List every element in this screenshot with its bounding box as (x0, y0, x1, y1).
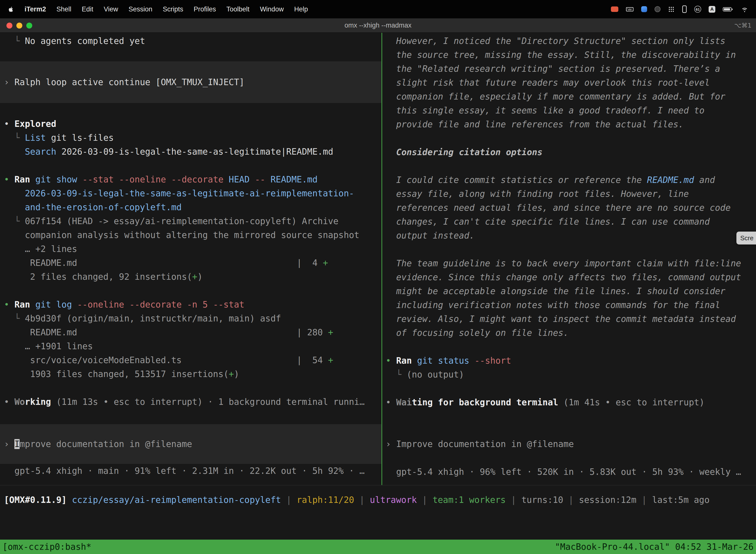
text-segment: including verification notes with those … (386, 300, 720, 310)
text-segment: --oneline --decorate -n 5 --stat (72, 299, 244, 310)
terminal-line: essay file, along with finding root file… (382, 187, 756, 201)
text-segment: • (4, 299, 14, 310)
menu-item-window[interactable]: Window (260, 5, 284, 13)
text-segment: src/voice/voiceModeEnabled.ts | 54 (4, 355, 328, 365)
terminal-line: provide file and line references from th… (382, 117, 756, 131)
gauge-61-icon[interactable]: 61 (694, 6, 701, 13)
zoom-button[interactable] (26, 22, 32, 29)
minimize-button[interactable] (16, 22, 22, 29)
left-terminal-pane[interactable]: └ No agents completed yet › Ralph loop a… (0, 33, 381, 485)
menu-item-help[interactable]: Help (294, 5, 308, 13)
screen-recording-icon[interactable] (611, 6, 618, 12)
text-segment: Wai (396, 397, 412, 407)
menu-item-iterm2[interactable]: iTerm2 (24, 5, 46, 13)
input-source-icon[interactable]: A (709, 6, 715, 13)
terminal-line (382, 451, 756, 465)
terminal-line: changes, I can't cite specific file line… (382, 215, 756, 229)
terminal-line (0, 284, 381, 297)
terminal-line (0, 159, 381, 172)
text-segment: evidence. Since this change only affects… (386, 272, 741, 282)
text-segment: I could cite commit statistics or refere… (386, 175, 647, 185)
terminal-line: companion analysis without altering the … (0, 228, 381, 242)
terminal-line (382, 382, 756, 395)
menu-item-session[interactable]: Session (128, 5, 152, 13)
tmux-status-bar: [omx-cczip0:bash* "MacBook-Pro-44.local"… (0, 540, 756, 554)
right-transcript: However, I noticed the "Directory Struct… (382, 34, 756, 479)
text-segment: Ran (14, 299, 30, 310)
text-segment: references need actual files, and since … (386, 203, 731, 213)
left-pre-lines: └ No agents completed yet (0, 34, 381, 48)
wifi-icon[interactable] (741, 6, 749, 13)
text-segment (4, 147, 25, 157)
left-status-line: gpt-5.4 xhigh · main · 91% left · 2.31M … (0, 464, 381, 478)
text-segment: Ran (14, 174, 30, 184)
text-segment: the source tree, missing the essay. Stil… (386, 50, 736, 60)
terminal-line: README.md | 4 + (0, 256, 381, 270)
text-segment: | (354, 495, 370, 505)
close-button[interactable] (6, 22, 12, 29)
terminal-line: • Waiting for background terminal (1m 41… (382, 395, 756, 409)
terminal-line: However, I noticed the "Directory Struct… (382, 34, 756, 48)
terminal-line: • Explored (0, 117, 381, 131)
menu-item-shell[interactable]: Shell (57, 5, 71, 13)
gauge-value: 61 (696, 7, 700, 11)
left-prompt-input[interactable]: › Improve documentation in @filename (0, 424, 381, 464)
menu-item-edit[interactable]: Edit (82, 5, 93, 13)
text-segment: essay file, along with finding root file… (386, 189, 689, 199)
terminal-line: › Ralph loop active continue [OMX_TMUX_I… (0, 75, 381, 89)
text-segment: Considering citation options (386, 147, 543, 157)
menu-item-scripts[interactable]: Scripts (163, 5, 183, 13)
terminal-line: └ No agents completed yet (0, 34, 381, 48)
menu-item-view[interactable]: View (104, 5, 118, 13)
text-segment: • (4, 174, 14, 184)
terminal-line: of focusing solely on file lines. (382, 326, 756, 340)
text-segment: git ls-files (46, 133, 114, 143)
text-segment: 067f154 (HEAD -> essay/ai-reimplementati… (25, 216, 338, 226)
terminal-line (0, 381, 381, 395)
text-segment: No agents completed yet (25, 36, 145, 46)
terminal-line: › Improve documentation in @filename (382, 437, 756, 451)
text-segment: 2026-03-09-is-legal-the-same-as-legitima… (56, 147, 333, 157)
terminal-line: • Working (11m 13s • esc to interrupt) ·… (0, 395, 381, 409)
text-segment: … +2 lines (4, 244, 77, 254)
text-segment: (1m 41s • esc to interrupt) (558, 397, 704, 407)
text-segment: git log (35, 299, 72, 310)
iphone-mirroring-icon[interactable] (682, 5, 687, 13)
terminal-line (382, 423, 756, 437)
text-segment: ting for background terminal (412, 397, 558, 407)
menu-item-profiles[interactable]: Profiles (194, 5, 216, 13)
terminal-line (382, 159, 756, 173)
menubar-menus: iTerm2ShellEditViewSessionScriptsProfile… (24, 5, 308, 13)
text-segment: + (229, 369, 234, 379)
terminal-line: … +1901 lines (0, 339, 381, 353)
text-segment: README.md | 4 (4, 258, 323, 268)
text-segment: ) (197, 272, 203, 282)
tmux-host-clock: "MacBook-Pro-44.local" 04:52 31-Mar-26 (555, 542, 754, 552)
ralph-inject-box: › Ralph loop active continue [OMX_TMUX_I… (0, 61, 381, 103)
battery-icon[interactable] (723, 6, 733, 13)
dark-app-icon[interactable] (654, 6, 660, 12)
tmux-session-window[interactable]: [omx-cczip0:bash* (2, 542, 91, 552)
text-segment: and-the-erosion-of-copyleft.md (4, 202, 182, 212)
terminal-line: gpt-5.4 xhigh · 96% left · 520K in · 5.8… (382, 465, 756, 479)
apple-menu-icon[interactable] (7, 6, 14, 13)
text-segment: -- (250, 174, 265, 184)
dots-grid-icon[interactable] (668, 6, 675, 13)
terminal-line: The team guideline is to back every impo… (382, 257, 756, 270)
screen-share-tooltip[interactable]: Scre (737, 232, 756, 244)
desktop-screen: iTerm2ShellEditViewSessionScriptsProfile… (0, 0, 756, 554)
text-segment: last:5m ago (652, 495, 710, 505)
terminal-line: might be acceptable alongside the file l… (382, 284, 756, 298)
text-segment: git status (417, 356, 469, 366)
right-terminal-pane[interactable]: However, I noticed the "Directory Struct… (382, 33, 756, 485)
menu-item-toolbelt[interactable]: Toolbelt (227, 5, 250, 13)
text-segment: • (386, 397, 396, 407)
blue-app-icon[interactable] (641, 6, 647, 12)
keyboard-viewer-icon[interactable] (626, 6, 634, 13)
terminal-line: └ List git ls-files (0, 131, 381, 145)
terminal-line: src/voice/voiceModeEnabled.ts | 54 + (0, 353, 381, 367)
terminal-line: • Ran git show --stat --oneline --decora… (0, 172, 381, 186)
text-segment: team:1 workers (433, 495, 506, 505)
text-segment: 1903 files changed, 513517 insertions( (4, 369, 229, 379)
terminal-line: this single essay, it seems like a good … (382, 104, 756, 117)
